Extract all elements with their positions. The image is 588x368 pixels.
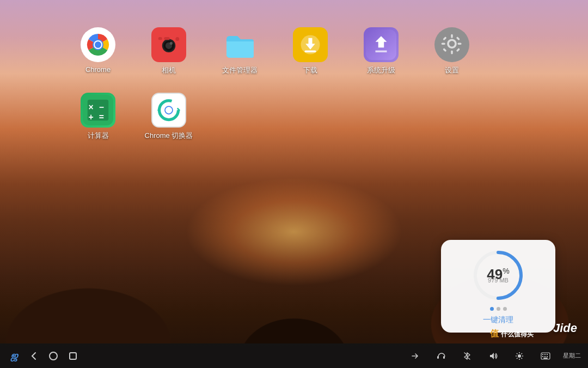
app-calculator-label: 计算器 [88,131,109,141]
time-display: 星期二 [562,346,581,366]
svg-point-36 [50,352,57,360]
svg-rect-19 [451,51,453,55]
taskbar-left: ஜ [0,346,83,366]
taskbar: ஜ [0,343,588,368]
app-sysupgrade-label: 系统升级 [367,65,395,75]
svg-point-32 [160,101,179,120]
svg-rect-50 [542,354,543,355]
svg-rect-38 [437,356,439,359]
dot-3 [503,307,507,311]
bluetooth-icon[interactable] [457,346,477,366]
app-download-label: 下载 [303,65,317,75]
svg-text:=: = [99,112,104,122]
svg-rect-52 [547,354,548,355]
jide-brand: Jide [553,321,577,335]
brightness-icon[interactable] [510,346,529,366]
taskbar-right: 星期二 [405,346,588,366]
app-chromeswitcher-label: Chrome 切换器 [145,131,193,141]
widget-dots [490,307,507,311]
memory-size: 979 MB [488,277,509,283]
app-filemanager[interactable]: 文件管理器 [218,27,261,82]
svg-rect-21 [458,43,462,45]
svg-rect-54 [544,356,546,357]
svg-rect-56 [543,358,548,359]
svg-point-33 [165,106,173,114]
svg-point-8 [170,42,173,45]
app-camera-label: 相机 [162,65,176,75]
home-button[interactable] [44,346,63,366]
arrow-right-icon[interactable] [405,346,425,366]
svg-rect-51 [544,354,546,355]
back-button[interactable] [24,346,44,366]
svg-point-17 [449,41,455,47]
app-settings[interactable]: 设置 [430,27,474,82]
svg-rect-10 [158,37,162,40]
svg-rect-39 [443,356,445,359]
app-sysupgrade[interactable]: 系统升级 [359,27,403,82]
app-settings-label: 设置 [445,65,459,75]
memory-circle: 49% 979 MB [471,248,525,303]
svg-text:×: × [89,102,94,112]
keyboard-icon[interactable] [536,346,555,366]
watermark: 值 什么值得买 [490,328,534,340]
svg-point-3 [95,41,101,48]
svg-line-46 [522,358,523,359]
dot-2 [497,307,500,311]
svg-point-40 [518,354,521,358]
app-chromeswitcher[interactable]: Chrome 切换器 [147,93,191,147]
headphone-icon[interactable] [431,346,451,366]
svg-rect-53 [542,356,543,357]
dot-1 [490,307,494,311]
app-calculator[interactable]: × − + = 计算器 [76,93,120,147]
app-download[interactable]: 下载 [289,27,332,82]
svg-line-48 [517,358,518,359]
taskbar-time-text: 星期二 [563,352,581,359]
app-filemanager-label: 文件管理器 [222,65,258,75]
svg-text:−: − [99,102,104,112]
svg-text:+: + [89,112,94,122]
svg-rect-20 [442,43,445,45]
app-chrome-label: Chrome [85,65,111,74]
recents-button[interactable] [63,346,83,366]
svg-rect-14 [305,51,316,53]
jide-launcher-button[interactable]: ஜ [4,346,24,366]
svg-rect-18 [451,34,453,38]
svg-point-11 [175,37,179,41]
app-camera[interactable]: 相机 [147,27,191,82]
app-grid: Chrome 相机 [76,27,474,147]
svg-line-47 [522,353,523,354]
app-chrome[interactable]: Chrome [76,27,120,82]
desktop: Chrome 相机 [0,0,588,368]
svg-rect-55 [547,356,548,357]
svg-rect-9 [164,37,170,40]
volume-icon[interactable] [483,346,503,366]
memory-widget: 49% 979 MB 一键清理 [441,240,555,333]
svg-rect-37 [70,353,76,359]
svg-line-45 [517,353,518,354]
clean-button[interactable]: 一键清理 [483,315,513,325]
